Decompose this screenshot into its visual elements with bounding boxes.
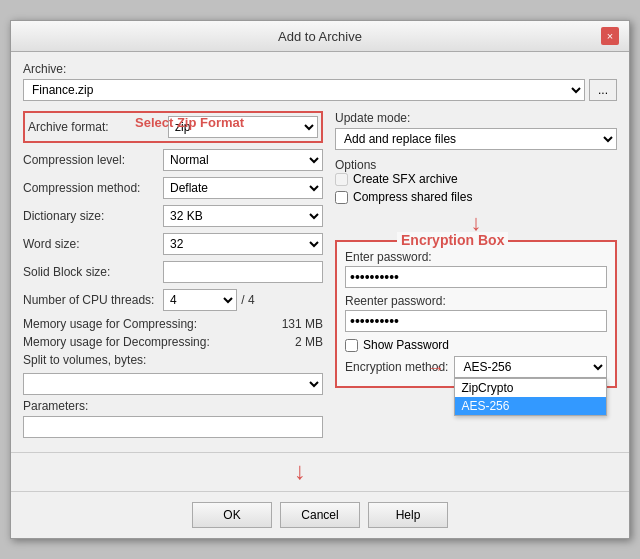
parameters-input[interactable] — [23, 416, 323, 438]
show-password-checkbox[interactable] — [345, 339, 358, 352]
update-mode-label-row: Update mode: — [335, 111, 617, 125]
archive-label: Archive: — [23, 62, 617, 76]
cpu-threads-row: Number of CPU threads: 4 / 4 — [23, 289, 323, 311]
dropdown-item-zipcrypto[interactable]: ZipCrypto — [455, 379, 606, 397]
archive-format-label: Archive format: — [28, 120, 168, 134]
right-column: Update mode: Add and replace files Optio… — [335, 111, 617, 442]
options-section: Options Create SFX archive Compress shar… — [335, 158, 617, 204]
archive-format-row: Archive format: Select Zip Format zip 7z… — [23, 111, 323, 143]
split-volumes-label: Split to volumes, bytes: — [23, 353, 163, 367]
compression-select[interactable]: Normal — [163, 149, 323, 171]
dictionary-size-label: Dictionary size: — [23, 209, 163, 223]
solid-block-row: Solid Block size: — [23, 261, 323, 283]
show-password-row: Show Password — [345, 338, 607, 352]
ok-arrow-row: ↓ — [11, 453, 629, 485]
browse-button[interactable]: ... — [589, 79, 617, 101]
mem-compress-value: 131 MB — [282, 317, 323, 331]
cancel-button[interactable]: Cancel — [280, 502, 360, 528]
enter-password-row: Enter password: — [345, 250, 607, 288]
compression-row: Compression level: Normal — [23, 149, 323, 171]
mem-compress-label: Memory usage for Compressing: — [23, 317, 282, 331]
mem-decompress-label: Memory usage for Decompressing: — [23, 335, 295, 349]
encryption-method-select[interactable]: AES-256 — [454, 356, 607, 378]
word-size-label: Word size: — [23, 237, 163, 251]
archive-field-label: Archive: — [23, 62, 617, 76]
archive-row: Finance.zip ... — [23, 79, 617, 101]
enter-password-label: Enter password: — [345, 250, 607, 264]
footer-buttons: OK Cancel Help — [11, 491, 629, 538]
close-button[interactable]: × — [601, 27, 619, 45]
update-mode-row: Add and replace files — [335, 128, 617, 150]
footer-section: ↓ OK Cancel Help — [11, 452, 629, 538]
mem-compress-row: Memory usage for Compressing: 131 MB — [23, 317, 323, 331]
encryption-box: Encryption Box Enter password: Reenter p… — [335, 240, 617, 388]
archive-format-select[interactable]: zip 7z tar — [168, 116, 318, 138]
dialog-body: Archive: Finance.zip ... Archive format:… — [11, 52, 629, 452]
sfx-label: Create SFX archive — [353, 172, 458, 186]
cpu-threads-label: Number of CPU threads: — [23, 293, 163, 307]
dialog-title: Add to Archive — [39, 29, 601, 44]
archive-select[interactable]: Finance.zip — [23, 79, 585, 101]
compression-method-label: Compression method: — [23, 181, 163, 195]
encryption-method-wrapper: → AES-256 ZipCrypto AES-256 — [454, 356, 607, 378]
compress-shared-checkbox[interactable] — [335, 191, 348, 204]
reenter-password-label: Reenter password: — [345, 294, 607, 308]
dictionary-size-select[interactable]: 32 KB — [163, 205, 323, 227]
reenter-password-input[interactable] — [345, 310, 607, 332]
arrow-to-dropdown: → — [426, 358, 444, 379]
cpu-threads-suffix: / 4 — [241, 293, 254, 307]
compression-method-select[interactable]: Deflate — [163, 177, 323, 199]
left-column: Archive format: Select Zip Format zip 7z… — [23, 111, 323, 442]
mem-decompress-value: 2 MB — [295, 335, 323, 349]
reenter-password-row: Reenter password: — [345, 294, 607, 332]
word-size-select[interactable]: 32 — [163, 233, 323, 255]
split-volumes-row: Split to volumes, bytes: — [23, 353, 323, 367]
cpu-threads-select[interactable]: 4 — [163, 289, 237, 311]
options-label: Options — [335, 158, 376, 172]
dialog: Add to Archive × Archive: Finance.zip ..… — [10, 20, 630, 539]
mem-decompress-row: Memory usage for Decompressing: 2 MB — [23, 335, 323, 349]
parameters-row: Parameters: — [23, 399, 323, 438]
help-button[interactable]: Help — [368, 502, 448, 528]
two-col-layout: Archive format: Select Zip Format zip 7z… — [23, 111, 617, 442]
ok-button[interactable]: OK — [192, 502, 272, 528]
title-bar: Add to Archive × — [11, 21, 629, 52]
encryption-box-annotation: Encryption Box — [397, 232, 508, 248]
solid-block-label: Solid Block size: — [23, 265, 163, 279]
update-mode-select[interactable]: Add and replace files — [335, 128, 617, 150]
dropdown-item-aes256[interactable]: AES-256 — [455, 397, 606, 415]
compression-method-row: Compression method: Deflate — [23, 177, 323, 199]
word-size-row: Word size: 32 — [23, 233, 323, 255]
compression-label: Compression level: — [23, 153, 163, 167]
encryption-method-row: Encryption method: → AES-256 ZipCr — [345, 356, 607, 378]
enter-password-input[interactable] — [345, 266, 607, 288]
update-mode-label: Update mode: — [335, 111, 617, 125]
parameters-label: Parameters: — [23, 399, 323, 413]
encryption-method-dropdown[interactable]: ZipCrypto AES-256 — [454, 378, 607, 416]
dictionary-size-row: Dictionary size: 32 KB — [23, 205, 323, 227]
right-arrow-icon: → — [426, 358, 444, 378]
show-password-label: Show Password — [363, 338, 449, 352]
sfx-checkbox[interactable] — [335, 173, 348, 186]
compress-shared-label: Compress shared files — [353, 190, 472, 204]
split-volumes-input-row — [23, 373, 323, 395]
ok-arrow-icon: ↓ — [294, 457, 306, 485]
sfx-row: Create SFX archive — [335, 172, 617, 186]
compress-shared-row: Compress shared files — [335, 190, 617, 204]
solid-block-input[interactable] — [163, 261, 323, 283]
split-volumes-select[interactable] — [23, 373, 323, 395]
